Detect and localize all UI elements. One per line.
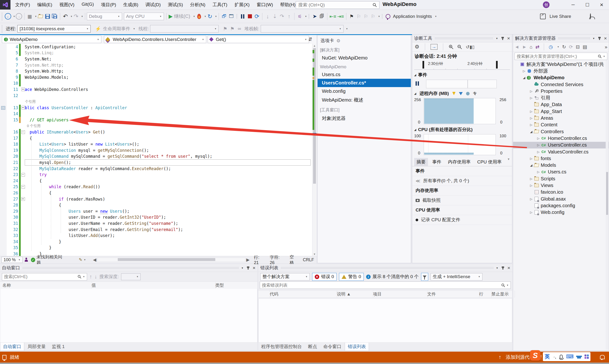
code-line[interactable]: 22 MySqlDataReader reader = mySqlCommand… <box>0 166 312 172</box>
expanded-arrow-icon[interactable]: ◢ <box>529 163 534 167</box>
errorlist-tab-3[interactable]: 错误列表 <box>345 343 369 351</box>
code-line[interactable]: 19 MySqlConnection mysql = getMySqlConne… <box>0 147 312 154</box>
timeline-ruler[interactable]: 2:30分钟 2:40分钟 <box>412 60 512 71</box>
notifications-bell-icon[interactable] <box>600 355 605 359</box>
select-cursor-icon[interactable]: ➤ <box>312 13 318 20</box>
code-line[interactable]: 13blic class UsersController : ApiContro… <box>0 105 312 111</box>
pending-changes-filter-icon[interactable]: ◷ <box>549 44 553 50</box>
breakpoint-margin[interactable] <box>0 74 7 80</box>
autos-tab-1[interactable]: 局部变量 <box>25 343 49 351</box>
error-column-6[interactable]: 禁止显示 <box>489 290 515 298</box>
menu-item-7[interactable]: 测试(S) <box>167 1 184 9</box>
home-icon[interactable]: ⌂ <box>530 44 533 50</box>
breakpoint-margin[interactable] <box>0 68 7 74</box>
expanded-arrow-icon[interactable]: ◢ <box>529 130 534 133</box>
code-line[interactable]: 21 mysql.Open(); <box>0 159 312 166</box>
zoom-in-icon[interactable] <box>449 44 454 49</box>
tree-item-global-asax[interactable]: ▷Global.asax <box>513 195 609 202</box>
search-down-icon[interactable]: ↓ <box>94 273 97 280</box>
export-icon[interactable]: → <box>431 44 438 50</box>
toggle-bookmark-icon[interactable]: ⚑ <box>349 13 355 20</box>
tree-item-connected-services[interactable]: Connected Services <box>513 81 609 88</box>
tree-item-properties[interactable]: ▷Properties <box>513 88 609 94</box>
thread-select[interactable]: ▼ <box>150 25 219 33</box>
diagnostics-tab-2[interactable]: 内存使用率 <box>446 158 473 166</box>
codelens-row[interactable]: 个引用 <box>0 99 312 105</box>
breakpoint-margin[interactable] <box>0 111 7 117</box>
code-line[interactable]: 6System.Net; <box>0 56 312 62</box>
next-bookmark-icon[interactable]: ⚐ <box>363 13 369 20</box>
collapse-icon[interactable] <box>21 106 25 109</box>
code-area[interactable]: 4System.Configuration;5System.Linq;6Syst… <box>0 44 312 256</box>
pin-icon[interactable] <box>599 37 600 40</box>
live-share-button[interactable]: Live Share <box>540 13 573 19</box>
window-menu-icon[interactable]: ▼ <box>496 37 498 40</box>
project-dropdown[interactable]: WebApiDemo▼ <box>2 36 101 43</box>
settings-gear-icon[interactable]: ⚙ <box>415 44 419 50</box>
application-insights-icon[interactable] <box>385 13 391 20</box>
sogou-ime-icon[interactable]: S <box>530 350 541 361</box>
zoom-level-select[interactable]: 100 %▼ <box>1 257 23 263</box>
toolbar-grip[interactable] <box>1 12 3 20</box>
collapse-icon[interactable] <box>21 88 25 91</box>
code-line[interactable]: 26 { <box>0 190 312 196</box>
process-select[interactable]: [31036] iisexpress.exe▼ <box>17 25 91 33</box>
code-line[interactable]: 32 user.UserEmail = reader.GetString("us… <box>0 226 312 233</box>
add-user-icon[interactable] <box>590 14 591 19</box>
menu-item-8[interactable]: 分析(N) <box>189 1 207 9</box>
tree-item-外部源[interactable]: ▷外部源 <box>513 67 609 74</box>
breakpoint-margin[interactable] <box>0 233 7 239</box>
breakpoint-margin[interactable] <box>0 92 7 99</box>
code-line[interactable]: 11ace WebApiDemo.Controllers <box>0 86 312 92</box>
breakpoint-margin[interactable] <box>0 245 7 251</box>
breakpoint-margin[interactable] <box>0 239 7 245</box>
restart-app-icon[interactable]: ↻ <box>207 13 213 20</box>
reset-view-icon[interactable]: ↺▮▯ <box>466 44 475 50</box>
hscroll-left-icon[interactable]: ◀ <box>93 257 96 262</box>
tree-item-app-start[interactable]: ▷App_Start <box>513 108 609 115</box>
forward-icon[interactable]: ► <box>522 44 527 50</box>
tree-item-fonts[interactable]: ▷fonts <box>513 155 609 162</box>
application-insights-label[interactable]: Application Insights <box>393 14 432 19</box>
window-menu-icon[interactable]: ▼ <box>241 267 244 269</box>
code-line[interactable]: 25 while (reader.Read()) <box>0 184 312 190</box>
error-scope-select[interactable]: 整个解决方案▼ <box>260 273 310 281</box>
menu-item-1[interactable]: 编辑(E) <box>36 1 53 9</box>
tree-item-packages-config[interactable]: packages.config <box>513 202 609 209</box>
errorlist-tab-2[interactable]: 命令窗口 <box>320 343 344 351</box>
solution-scrollbar[interactable] <box>606 60 609 350</box>
errorlist-tab-0[interactable]: 程序包管理器控制台 <box>258 343 305 351</box>
menu-item-0[interactable]: 文件(F) <box>14 1 31 9</box>
diagnostics-tab-1[interactable]: 事件 <box>430 158 444 166</box>
code-cleanup-icon[interactable]: ✎ <box>79 257 82 262</box>
breakpoint-margin[interactable] <box>0 171 7 178</box>
lifecycle-events-icon[interactable]: ⚡ <box>95 25 101 32</box>
ime-punctuation-toggle[interactable]: ·, <box>553 354 556 360</box>
code-line[interactable]: 34 } <box>0 239 312 245</box>
close-button[interactable]: ✕ <box>595 0 609 10</box>
type-dropdown[interactable]: WebApiDemo.Controllers.UsersController▼ <box>104 36 206 43</box>
autos-column-2[interactable]: 类型 <box>213 282 260 289</box>
clear-bookmarks-icon[interactable]: ⚐ <box>370 13 376 20</box>
code-line[interactable]: 18 List<Users> listUser = new List<Users… <box>0 141 312 147</box>
undo-icon[interactable]: ↶ <box>62 13 68 20</box>
pin-icon[interactable] <box>502 37 503 40</box>
menu-item-12[interactable]: 帮助(H) <box>279 1 297 9</box>
ime-menu-icon[interactable] <box>584 354 589 359</box>
scrollbar-thumb[interactable] <box>118 258 215 261</box>
code-line[interactable]: 23 try <box>0 171 312 178</box>
filter-button[interactable] <box>421 273 428 281</box>
save-icon[interactable] <box>44 13 51 20</box>
switch-views-icon[interactable]: ⇄ <box>535 44 540 50</box>
cpu-section-header[interactable]: CPU (所有处理器的百分比) <box>418 127 472 133</box>
collapsed-arrow-icon[interactable]: ▷ <box>529 116 534 120</box>
redo-icon[interactable]: ↷ <box>73 13 79 20</box>
gear-icon[interactable]: ⚙ <box>336 38 340 43</box>
diagnostics-tab-0[interactable]: 摘要 <box>414 158 428 166</box>
tree-item-解决方案-webapidemo-1-个项目-共-1-个[interactable]: 解决方案"WebApiDemo"(1 个项目/共 1 个 <box>513 61 609 67</box>
continue-button[interactable]: ▶继续(C)▼ <box>169 13 195 20</box>
stop-debug-icon[interactable] <box>247 13 253 20</box>
collapsed-arrow-icon[interactable]: ▷ <box>529 177 534 181</box>
code-line[interactable]: 9WebApiDemo.Models; <box>0 74 312 80</box>
open-folder-icon[interactable] <box>37 13 43 20</box>
